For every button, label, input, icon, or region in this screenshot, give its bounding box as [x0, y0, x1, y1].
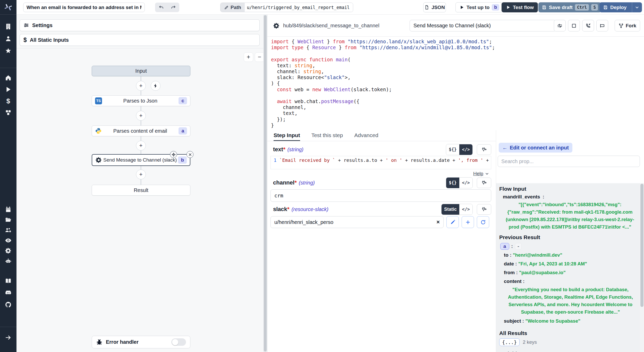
book-icon[interactable]: [5, 277, 12, 284]
flow-node-parses-content[interactable]: Parses content of email a: [92, 125, 190, 136]
static-inputs-label: All Static Inputs: [30, 37, 69, 43]
interpolation-mode-button[interactable]: ${}: [446, 178, 459, 188]
prop-key[interactable]: mandrill_events: [503, 194, 540, 199]
prop-key[interactable]: content: [504, 279, 522, 284]
flow-node-send-message-selected[interactable]: Send Message to Channel (slack) b: [92, 154, 190, 166]
redo-button[interactable]: [167, 3, 179, 12]
slack-field-label: slack* (resource-slack): [270, 206, 328, 213]
eye-icon[interactable]: [5, 237, 12, 244]
json-button[interactable]: JSON: [423, 2, 446, 12]
flow-settings-button[interactable]: Settings: [20, 19, 260, 31]
panel-flag-button[interactable]: [596, 20, 608, 31]
code-editor[interactable]: import { WebClient } from "https://deno.…: [271, 39, 642, 128]
add-step-button[interactable]: +: [136, 81, 146, 91]
users-gear-icon[interactable]: [5, 227, 12, 234]
refresh-resource-button[interactable]: [477, 216, 489, 228]
edit-resource-button[interactable]: [446, 216, 459, 228]
box-button[interactable]: [568, 20, 580, 31]
result-key-badge[interactable]: a: [500, 243, 509, 250]
clear-resource-icon[interactable]: ×: [436, 219, 440, 225]
trigger-bolt-button[interactable]: [151, 81, 160, 91]
kbd-ctrl: Ctrl: [575, 4, 589, 11]
dollar-icon[interactable]: $: [5, 97, 12, 105]
all-static-inputs-button[interactable]: $ All Static Inputs: [20, 34, 260, 46]
edit-or-connect-button[interactable]: ← Edit or connect an input: [499, 143, 572, 153]
slack-resource-picker[interactable]: u/henri/henri_slack_perso ×: [270, 216, 444, 228]
fork-button[interactable]: Fork: [615, 20, 640, 31]
add-step-button[interactable]: +: [136, 111, 146, 121]
deploy-dropdown-button[interactable]: [632, 2, 642, 12]
folder-icon[interactable]: [5, 216, 12, 223]
prop-key[interactable]: subject: [504, 318, 521, 324]
all-results-object-chip[interactable]: {...}: [499, 338, 520, 346]
text-expression-editor[interactable]: 1 `Email received by ` + results.a.to + …: [270, 156, 491, 169]
path-edit-button[interactable]: Path: [221, 3, 245, 12]
prop-key[interactable]: date: [504, 261, 514, 266]
test-flow-button[interactable]: Test flow: [502, 2, 538, 12]
discord-icon[interactable]: [5, 289, 12, 296]
phone-incoming-button[interactable]: [582, 20, 594, 31]
props-scrollbar-thumb[interactable]: [640, 184, 643, 307]
save-draft-button[interactable]: Save draft Ctrl S: [538, 2, 601, 12]
sync-script-button[interactable]: [554, 20, 566, 31]
prev-field-row: to : "henri@windmill.dev": [499, 252, 637, 258]
flow-node-input[interactable]: Input: [92, 66, 190, 76]
building-icon[interactable]: [5, 23, 12, 30]
sidebar-group-main: $: [0, 74, 16, 116]
step-summary-input[interactable]: [410, 20, 556, 31]
flow-node-parses-to-json[interactable]: TS Parses to Json c: [92, 95, 190, 106]
add-resource-button[interactable]: [462, 216, 474, 228]
channel-value-input[interactable]: [270, 189, 491, 202]
robot-icon[interactable]: [5, 257, 12, 265]
prop-key[interactable]: to: [504, 252, 509, 258]
tab-advanced[interactable]: Advanced: [354, 130, 378, 141]
add-step-button[interactable]: +: [136, 141, 146, 150]
deploy-main-button[interactable]: Deploy: [599, 2, 630, 12]
static-mode-button[interactable]: Static: [442, 204, 459, 215]
star-icon[interactable]: [5, 47, 12, 54]
connect-input-button[interactable]: [477, 204, 491, 215]
prop-search-input[interactable]: [498, 156, 640, 167]
lightning-icon: [153, 83, 158, 88]
keys-count: 2 keys: [523, 339, 537, 345]
collapse-badge[interactable]: -: [515, 243, 522, 250]
help-link[interactable]: Help: [473, 171, 483, 177]
user-icon[interactable]: [5, 35, 12, 42]
zoom-in-button[interactable]: +: [244, 52, 253, 62]
arrow-right-icon[interactable]: [5, 334, 12, 341]
play-icon: [506, 5, 511, 10]
flow-scrollbar-thumb[interactable]: [264, 15, 267, 351]
test-up-to-button[interactable]: Test up to b: [455, 2, 503, 12]
flow-node-result[interactable]: Result: [92, 185, 190, 196]
tab-test-this-step[interactable]: Test this step: [311, 130, 343, 141]
prev-field-row: subject : "Welcome to Supabase": [499, 318, 637, 324]
github-icon[interactable]: [5, 301, 12, 308]
tab-step-input[interactable]: Step Input: [274, 130, 300, 141]
zoom-out-button[interactable]: −: [255, 52, 264, 62]
undo-button[interactable]: [155, 3, 167, 12]
flow-title-input[interactable]: [23, 3, 145, 12]
move-step-button[interactable]: [170, 151, 177, 158]
colon: :: [515, 270, 519, 275]
connect-input-button[interactable]: [477, 178, 491, 188]
code-mode-button[interactable]: </>: [459, 204, 472, 215]
sidebar-group-links: [0, 277, 16, 308]
interpolation-mode-button[interactable]: ${}: [446, 144, 459, 155]
connect-input-button[interactable]: [477, 144, 491, 155]
cubes-icon[interactable]: [5, 109, 12, 116]
gear-icon[interactable]: [5, 247, 12, 254]
calendar-icon[interactable]: [5, 206, 12, 213]
back-arrow-icon: ←: [502, 145, 507, 151]
play-icon[interactable]: [5, 86, 12, 93]
prop-key[interactable]: from: [504, 270, 515, 275]
channel-mode-toggle: ${} </>: [446, 177, 473, 188]
home-icon[interactable]: [5, 74, 12, 81]
delete-step-button[interactable]: [187, 151, 193, 158]
add-step-button[interactable]: +: [136, 170, 146, 179]
path-value-input[interactable]: u/henri/triggered_by_email_report_email: [245, 3, 353, 12]
code-mode-button[interactable]: </>: [459, 178, 472, 188]
pencil-icon: [224, 5, 229, 10]
code-mode-button[interactable]: </>: [459, 144, 472, 155]
error-handler-toggle[interactable]: [171, 338, 186, 346]
sync-icon: [557, 23, 563, 29]
